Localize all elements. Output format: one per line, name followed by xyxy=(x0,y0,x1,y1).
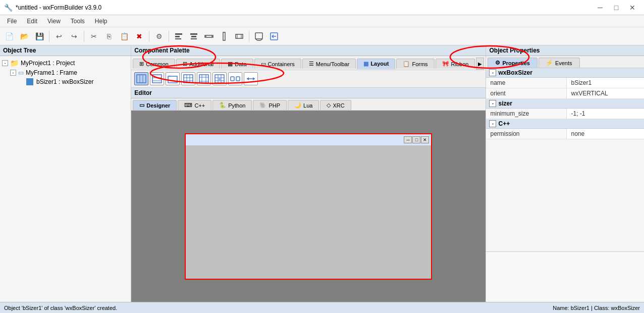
menutoolbar-tab-icon: ☰ xyxy=(309,61,314,67)
section-wxboxsizer-label: wxBoxSizer xyxy=(498,69,532,76)
designer-window-controls: ─ □ ✕ xyxy=(404,136,429,143)
minimize-button[interactable]: ─ xyxy=(593,1,608,15)
designer-minimize-button[interactable]: ─ xyxy=(404,136,412,143)
tab-events[interactable]: ⚡ Events xyxy=(539,58,580,68)
align-center-button[interactable] xyxy=(187,29,201,43)
designer-restore-button[interactable]: □ xyxy=(412,136,420,143)
title-bar: 🔧 *untitled - wxFormBuilder v3.9.0 ─ □ ✕ xyxy=(0,0,644,15)
palette-flexgridsizer[interactable] xyxy=(197,72,211,85)
containers-tab-label: Containers xyxy=(268,61,295,67)
frame-icon: ▭ xyxy=(18,69,24,76)
expand-v-button[interactable] xyxy=(217,29,231,43)
delete-button[interactable]: ✖ xyxy=(132,29,146,43)
tab-menutoolbar[interactable]: ☰ Menu/Toolbar xyxy=(302,59,356,69)
tab-additional[interactable]: ⊞ Additional xyxy=(176,59,220,69)
status-right: Name: bSizer1 | Class: wxBoxSizer xyxy=(553,305,640,311)
tree-item-project[interactable]: - 📁 MyProject1 : Project xyxy=(2,58,129,68)
tab-python[interactable]: 🐍 Python xyxy=(212,100,252,110)
prop-orient-value[interactable]: wxVERTICAL xyxy=(567,88,644,98)
toolbar: 📄 📂 💾 ↩ ↪ ✂ ⎘ 📋 ✖ ⚙ xyxy=(0,27,644,45)
collapse-sizer[interactable]: - xyxy=(489,100,496,107)
toolbar-separator-2 xyxy=(84,31,84,42)
new-button[interactable]: 📄 xyxy=(2,29,16,43)
prop-permission-value[interactable]: none xyxy=(567,129,644,139)
palette-tabs: ⊞ Common ⊞ Additional ▦ Data ▭ Container… xyxy=(131,56,486,70)
tab-layout[interactable]: ▦ Layout xyxy=(357,59,395,69)
fit-button[interactable] xyxy=(232,29,246,43)
redo-button[interactable]: ↪ xyxy=(67,29,81,43)
tab-cpp[interactable]: ⌨ C++ xyxy=(178,100,211,110)
svg-text:□: □ xyxy=(169,74,171,77)
tab-ribbon[interactable]: 🎀 Ribbon xyxy=(436,59,475,69)
prop-orient-label: orient xyxy=(486,88,567,98)
tab-php[interactable]: 🐘 PHP xyxy=(253,100,287,110)
save-button[interactable]: 💾 xyxy=(32,29,46,43)
tree-item-frame[interactable]: - ▭ MyFrame1 : Frame xyxy=(10,68,129,77)
collapse-cpp[interactable]: - xyxy=(489,120,496,127)
tab-containers[interactable]: ▭ Containers xyxy=(254,59,301,69)
layout-tab-icon: ▦ xyxy=(363,61,368,67)
prop-name-value[interactable]: bSizer1 xyxy=(567,78,644,88)
editor-area: Editor ▭ Designer ⌨ C++ 🐍 Python 🐘 PHP xyxy=(131,88,486,302)
cpp-tab-label: C++ xyxy=(194,102,205,109)
tab-properties[interactable]: ⚙ Properties xyxy=(488,58,537,68)
tab-common[interactable]: ⊞ Common xyxy=(133,59,175,69)
tree-expand-project[interactable]: - xyxy=(2,60,8,66)
menu-edit[interactable]: Edit xyxy=(22,17,42,26)
palette-staticboxsizer[interactable]: □ xyxy=(166,72,180,85)
collapse-wxboxsizer[interactable]: - xyxy=(489,69,496,76)
tab-lua[interactable]: 🌙 Lua xyxy=(288,100,319,110)
palette-gridsizer[interactable] xyxy=(181,72,195,85)
forms-tab-icon: 📋 xyxy=(403,61,410,67)
scroll-right-button[interactable]: ▶ xyxy=(476,58,484,70)
align-left-button[interactable] xyxy=(172,29,186,43)
svg-rect-42 xyxy=(218,78,221,81)
section-cpp: - C++ xyxy=(486,119,644,129)
tree-expand-frame[interactable]: - xyxy=(10,70,16,76)
lua-tab-label: Lua xyxy=(303,102,312,109)
prop-minimum-size-label: minimum_size xyxy=(486,109,567,119)
palette-stddialogbuttonsizer[interactable] xyxy=(228,72,242,85)
menu-help[interactable]: Help xyxy=(90,17,113,26)
menu-bar: File Edit View Tools Help xyxy=(0,15,644,27)
paste-button[interactable]: 📋 xyxy=(117,29,131,43)
xrc-tab-label: XRC xyxy=(333,102,344,109)
toolbar-separator-1 xyxy=(49,31,49,42)
prop-minimum-size-value[interactable]: -1; -1 xyxy=(567,109,644,119)
additional-tab-icon: ⊞ xyxy=(183,61,187,67)
tab-forms[interactable]: 📋 Forms xyxy=(396,59,434,69)
status-left: Object 'bSizer1' of class 'wxBoxSizer' c… xyxy=(4,305,117,311)
undo-button[interactable]: ↩ xyxy=(52,29,66,43)
menu-file[interactable]: File xyxy=(2,17,22,26)
tab-xrc[interactable]: ◇ XRC xyxy=(320,100,351,110)
palette-boxsizer-h[interactable] xyxy=(134,72,148,85)
prop-row-orient: orient wxVERTICAL xyxy=(486,88,644,99)
prop-row-name: name bSizer1 xyxy=(486,78,644,88)
designer-window: ─ □ ✕ xyxy=(185,133,432,280)
tab-data[interactable]: ▦ Data xyxy=(221,59,253,69)
preview-button[interactable] xyxy=(252,29,266,43)
copy-button[interactable]: ⎘ xyxy=(102,29,116,43)
props-tabs: ⚙ Properties ⚡ Events xyxy=(486,56,644,68)
toolbar-separator-4 xyxy=(169,31,169,42)
prop-permission-label: permission xyxy=(486,129,567,139)
svg-rect-32 xyxy=(199,75,208,83)
palette-spacer[interactable] xyxy=(244,72,258,85)
palette-boxsizer-v[interactable] xyxy=(150,72,164,85)
tree-item-sizer[interactable]: bSizer1 : wxBoxSizer xyxy=(18,77,129,86)
settings-button[interactable]: ⚙ xyxy=(152,29,166,43)
cut-button[interactable]: ✂ xyxy=(87,29,101,43)
close-button[interactable]: ✕ xyxy=(625,1,640,15)
generate-code-button[interactable] xyxy=(267,29,281,43)
palette-gridbagsizer[interactable] xyxy=(212,72,227,85)
menu-tools[interactable]: Tools xyxy=(66,17,90,26)
expand-h-button[interactable] xyxy=(202,29,216,43)
designer-close-button[interactable]: ✕ xyxy=(421,136,429,143)
object-tree-content: - 📁 MyProject1 : Project - ▭ MyFrame1 : … xyxy=(0,56,131,302)
svg-rect-10 xyxy=(236,34,243,38)
maximize-button[interactable]: □ xyxy=(609,1,624,15)
tab-designer[interactable]: ▭ Designer xyxy=(133,100,177,110)
svg-rect-5 xyxy=(191,38,197,39)
menu-view[interactable]: View xyxy=(42,17,66,26)
open-button[interactable]: 📂 xyxy=(17,29,31,43)
